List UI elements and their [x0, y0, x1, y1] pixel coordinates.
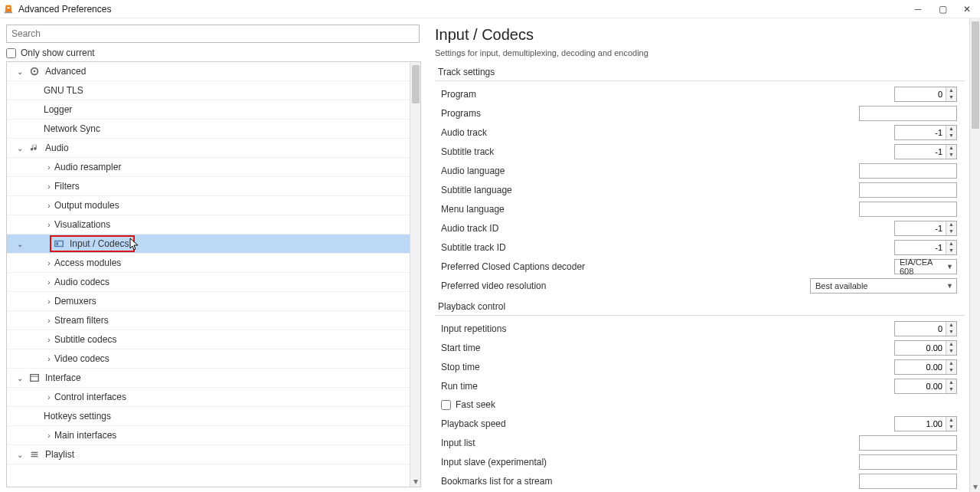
subtitle-track-spinbox[interactable]: ▲▼	[894, 144, 957, 159]
tree-audio-resampler[interactable]: ›Audio resampler	[7, 158, 410, 177]
scroll-down-icon[interactable]: ▾	[970, 481, 980, 492]
chevron-down-icon[interactable]: ⌄	[15, 144, 25, 153]
audio-language-input[interactable]	[859, 163, 957, 179]
stop-time-spinbox[interactable]: ▲▼	[894, 359, 957, 375]
cc-decoder-combo[interactable]: EIA/CEA 608▼	[894, 259, 957, 274]
chevron-right-icon[interactable]: ›	[44, 393, 54, 402]
chevron-right-icon[interactable]: ›	[44, 355, 54, 363]
spin-up-icon[interactable]: ▲	[946, 341, 956, 348]
chevron-right-icon[interactable]: ›	[44, 259, 54, 267]
subtitle-track-id-spinbox[interactable]: ▲▼	[894, 240, 957, 255]
chevron-right-icon[interactable]: ›	[44, 202, 54, 210]
spin-down-icon[interactable]: ▼	[946, 348, 956, 355]
menu-language-input[interactable]	[859, 202, 957, 217]
tree-scrollbar[interactable]: ▴ ▾	[410, 62, 420, 487]
field-bookmarks: Bookmarks list for a stream	[435, 471, 980, 490]
scroll-down-icon[interactable]: ▾	[410, 476, 421, 487]
tree-filters[interactable]: ›Filters	[7, 177, 410, 196]
tree-audio[interactable]: ⌄ Audio	[7, 139, 410, 158]
tree-main-interfaces[interactable]: ›Main interfaces	[7, 426, 410, 445]
tree-stream-filters[interactable]: ›Stream filters	[7, 311, 410, 330]
search-input[interactable]	[6, 25, 420, 43]
input-slave-input[interactable]	[859, 454, 957, 470]
spin-down-icon[interactable]: ▼	[946, 228, 956, 235]
close-button[interactable]: ✕	[962, 4, 972, 15]
minimize-button[interactable]: ─	[913, 4, 923, 15]
spin-up-icon[interactable]: ▲	[946, 241, 956, 248]
scrollbar-thumb[interactable]	[412, 65, 420, 103]
tree-playlist[interactable]: ⌄ Playlist	[7, 445, 410, 464]
field-fast-seek[interactable]: Fast seek	[435, 395, 980, 414]
maximize-button[interactable]: ▢	[937, 4, 948, 15]
spin-up-icon[interactable]: ▲	[946, 126, 956, 133]
spin-down-icon[interactable]: ▼	[946, 386, 956, 393]
audio-track-spinbox[interactable]: ▲▼	[894, 125, 957, 140]
tree-interface[interactable]: ⌄ Interface	[7, 369, 410, 388]
chevron-down-icon[interactable]: ⌄	[15, 240, 25, 248]
spin-up-icon[interactable]: ▲	[946, 145, 956, 152]
chevron-right-icon[interactable]: ›	[44, 221, 54, 229]
chevron-down-icon[interactable]: ⌄	[15, 374, 25, 382]
subtitle-language-input[interactable]	[859, 182, 957, 198]
chevron-right-icon[interactable]: ›	[44, 182, 54, 191]
chevron-down-icon[interactable]: ⌄	[15, 451, 25, 459]
field-menu-language: Menu language	[435, 199, 980, 218]
spin-down-icon[interactable]: ▼	[946, 248, 956, 254]
svg-rect-7	[31, 375, 39, 382]
chevron-right-icon[interactable]: ›	[44, 317, 54, 325]
input-list-input[interactable]	[859, 435, 957, 451]
section-track-settings: Track settings	[435, 65, 965, 81]
audio-track-id-spinbox[interactable]: ▲▼	[894, 221, 957, 236]
video-resolution-combo[interactable]: Best available▼	[810, 278, 957, 294]
tree-control-interfaces[interactable]: ›Control interfaces	[7, 388, 410, 407]
tree-video-codecs[interactable]: ›Video codecs	[7, 349, 410, 369]
tree-access-modules[interactable]: ›Access modules	[7, 254, 410, 273]
input-repetitions-spinbox[interactable]: ▲▼	[894, 321, 957, 336]
chevron-right-icon[interactable]: ›	[44, 336, 54, 344]
only-show-current-checkbox[interactable]: Only show current	[6, 48, 421, 58]
tree-input-codecs[interactable]: ⌄ Input / Codecs	[7, 235, 410, 254]
scrollbar-thumb[interactable]	[972, 21, 979, 129]
spin-down-icon[interactable]: ▼	[946, 133, 956, 139]
tree-visualizations[interactable]: ›Visualizations	[7, 215, 410, 235]
chevron-right-icon[interactable]: ›	[44, 163, 54, 172]
only-show-current-box[interactable]	[6, 48, 16, 58]
svg-point-4	[34, 71, 36, 73]
settings-scrollbar[interactable]: ▴ ▾	[969, 18, 980, 492]
spin-up-icon[interactable]: ▲	[946, 379, 956, 386]
fast-seek-checkbox[interactable]	[441, 400, 451, 410]
spin-down-icon[interactable]: ▼	[946, 152, 956, 159]
tree-subtitle-codecs[interactable]: ›Subtitle codecs	[7, 330, 410, 349]
bookmarks-input[interactable]	[859, 474, 957, 489]
spin-up-icon[interactable]: ▲	[946, 87, 956, 94]
field-stop-time: Stop time ▲▼	[435, 357, 980, 376]
tree-hotkeys-settings[interactable]: Hotkeys settings	[7, 407, 410, 426]
tree-output-modules[interactable]: ›Output modules	[7, 196, 410, 215]
field-audio-track-id: Audio track ID ▲▼	[435, 218, 980, 238]
tree-network-sync[interactable]: Network Sync	[7, 120, 410, 139]
spin-up-icon[interactable]: ▲	[946, 360, 956, 367]
tree-logger[interactable]: Logger	[7, 100, 410, 120]
chevron-right-icon[interactable]: ›	[44, 297, 54, 306]
spin-down-icon[interactable]: ▼	[946, 367, 956, 374]
window-icon	[28, 372, 41, 384]
chevron-right-icon[interactable]: ›	[44, 278, 54, 287]
run-time-spinbox[interactable]: ▲▼	[894, 379, 957, 394]
spin-down-icon[interactable]: ▼	[946, 424, 956, 431]
caret-down-icon: ▼	[946, 282, 953, 290]
playback-speed-spinbox[interactable]: ▲▼	[894, 416, 957, 431]
spin-down-icon[interactable]: ▼	[946, 94, 956, 101]
spin-up-icon[interactable]: ▲	[946, 417, 956, 424]
programs-input[interactable]	[859, 106, 957, 121]
tree-demuxers[interactable]: ›Demuxers	[7, 292, 410, 311]
spin-up-icon[interactable]: ▲	[946, 221, 956, 228]
tree-gnutls[interactable]: GNU TLS	[7, 81, 410, 100]
chevron-right-icon[interactable]: ›	[44, 431, 54, 440]
program-spinbox[interactable]: ▲▼	[894, 87, 957, 102]
tree-advanced[interactable]: ⌄ Advanced	[7, 62, 410, 81]
spin-down-icon[interactable]: ▼	[946, 329, 956, 336]
spin-up-icon[interactable]: ▲	[946, 322, 956, 329]
tree-audio-codecs[interactable]: ›Audio codecs	[7, 273, 410, 292]
chevron-down-icon[interactable]: ⌄	[15, 67, 25, 76]
start-time-spinbox[interactable]: ▲▼	[894, 340, 957, 356]
